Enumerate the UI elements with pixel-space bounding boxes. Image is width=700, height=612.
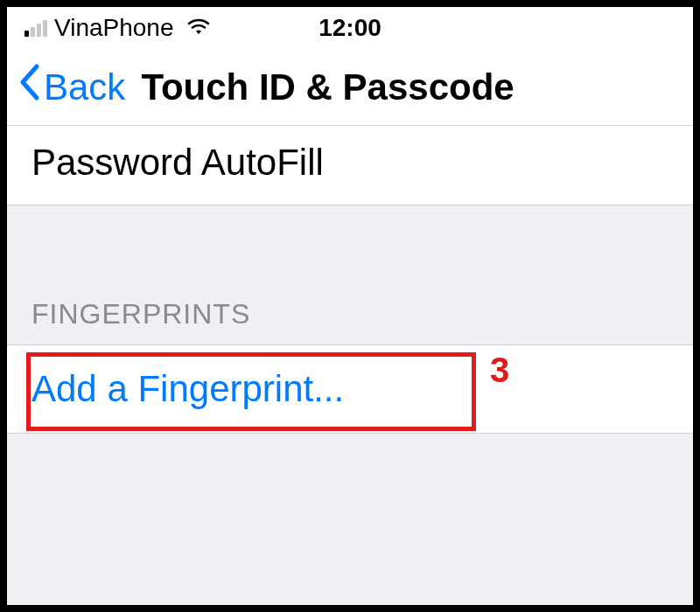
section-gap (7, 205, 693, 289)
bottom-gap (7, 434, 693, 605)
status-bar: VinaPhone 12:00 (7, 7, 693, 49)
wifi-icon (186, 17, 211, 39)
clock: 12:00 (318, 14, 382, 42)
chevron-left-icon (18, 63, 42, 111)
page-title: Touch ID & Passcode (141, 66, 514, 108)
signal-strength-icon (24, 20, 47, 37)
navigation-bar: Back Touch ID & Passcode (7, 49, 693, 126)
status-left: VinaPhone (24, 14, 211, 42)
back-label: Back (44, 66, 125, 108)
annotation-number: 3 (490, 351, 509, 390)
password-autofill-label: Password AutoFill (32, 142, 324, 183)
password-autofill-row[interactable]: Password AutoFill (7, 126, 693, 205)
add-fingerprint-row[interactable]: Add a Fingerprint... 3 (7, 344, 693, 434)
carrier-label: VinaPhone (54, 14, 174, 42)
settings-screen: VinaPhone 12:00 Back Touch ID & Passcode (7, 7, 693, 605)
content-area: Password AutoFill FINGERPRINTS Add a Fin… (7, 126, 693, 605)
add-fingerprint-label: Add a Fingerprint... (32, 368, 344, 410)
back-button[interactable]: Back (18, 63, 125, 111)
fingerprints-section-header: FINGERPRINTS (7, 289, 693, 344)
